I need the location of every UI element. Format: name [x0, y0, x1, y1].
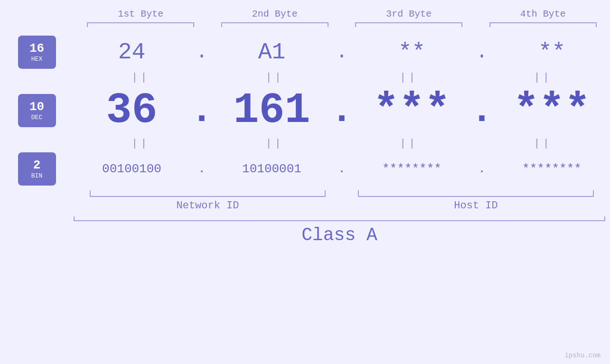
- bin-b1: 00100100: [74, 162, 190, 176]
- class-label: Class A: [74, 225, 605, 245]
- bracket-line-byte3: [355, 22, 462, 27]
- sep2-b2: ||: [208, 137, 342, 150]
- dec-dot3-sym: .: [470, 89, 493, 132]
- sep1-b1: ||: [74, 71, 208, 84]
- byte3-header: 3rd Byte: [342, 9, 476, 19]
- bracket-byte3: [342, 22, 476, 27]
- network-id-label: Network ID: [74, 200, 342, 212]
- bin-b2: 10100001: [214, 162, 330, 176]
- byte1-header: 1st Byte: [74, 9, 208, 19]
- bin-dot3-sym: .: [478, 162, 486, 176]
- bracket-line-byte4: [489, 22, 597, 27]
- network-bracket-container: [74, 190, 342, 197]
- dec-b1: 36: [74, 86, 190, 135]
- sep2-b1: ||: [74, 137, 208, 150]
- bottom-bracket-row: [0, 190, 610, 197]
- hex-b4-value: **: [538, 39, 566, 65]
- dec-dot1: .: [190, 89, 214, 132]
- hex-base-label: HEX: [31, 56, 42, 63]
- hex-badge-area: 16 HEX: [0, 36, 74, 69]
- hex-b4: **: [494, 39, 610, 65]
- sep1-b3: ||: [342, 71, 476, 84]
- dec-b2: 161: [214, 86, 330, 135]
- hex-row: 16 HEX 24 . A1 . ** . **: [0, 36, 610, 69]
- dec-dot2-sym: .: [330, 89, 353, 132]
- bin-b4-value: ********: [522, 162, 582, 176]
- dec-badge: 10 DEC: [18, 94, 56, 127]
- bin-dot1-sym: .: [198, 162, 206, 176]
- bin-row: 2 BIN 00100100 . 10100001 . ******** .: [0, 152, 610, 186]
- bin-base-label: BIN: [31, 172, 42, 179]
- dec-base-label: DEC: [31, 114, 42, 121]
- hex-b2-value: A1: [258, 39, 286, 65]
- hex-dot1-sym: .: [196, 42, 207, 63]
- bin-badge: 2 BIN: [18, 152, 56, 186]
- bin-b3-value: ********: [382, 162, 441, 176]
- bracket-line-byte2: [221, 22, 328, 27]
- dec-b4-value: ***: [513, 86, 590, 135]
- bin-dot2-sym: .: [338, 162, 346, 176]
- sep-row-2: || || || ||: [0, 137, 610, 150]
- bin-b3: ********: [354, 162, 470, 176]
- bin-dot1: .: [190, 162, 214, 176]
- bracket-byte1: [74, 22, 208, 27]
- hex-values: 24 . A1 . ** . **: [74, 39, 610, 65]
- hex-b2: A1: [214, 39, 330, 65]
- byte4-header: 4th Byte: [476, 9, 610, 19]
- class-bracket-line: [74, 216, 605, 221]
- sep2-b4: ||: [476, 137, 610, 150]
- dec-dot3: .: [470, 89, 494, 132]
- sep-row-1: || || || ||: [0, 71, 610, 84]
- bin-badge-area: 2 BIN: [0, 152, 74, 186]
- hex-dot2-sym: .: [336, 42, 347, 63]
- dec-b2-value: 161: [233, 86, 310, 135]
- network-bracket-line: [90, 190, 326, 197]
- hex-b3-value: **: [398, 39, 426, 65]
- bin-base-num: 2: [33, 159, 41, 172]
- dec-base-num: 10: [29, 100, 44, 114]
- main-layout: 1st Byte 2nd Byte 3rd Byte 4th Byte 16 H…: [0, 0, 610, 364]
- dec-dot2: .: [330, 89, 354, 132]
- watermark: ipshu.com: [564, 352, 601, 359]
- bin-b4: ********: [494, 162, 610, 176]
- hex-dot2: .: [330, 42, 354, 63]
- sep1-b4: ||: [476, 71, 610, 84]
- bracket-line-byte1: [87, 22, 194, 27]
- hex-dot3-sym: .: [476, 42, 488, 63]
- hex-base-num: 16: [29, 42, 44, 56]
- byte-headers: 1st Byte 2nd Byte 3rd Byte 4th Byte: [0, 9, 610, 19]
- dec-row: 10 DEC 36 . 161 . *** . ***: [0, 86, 610, 135]
- hex-b3: **: [354, 39, 470, 65]
- host-bracket-container: [342, 190, 610, 197]
- bin-dot2: .: [330, 162, 354, 176]
- hex-b1-value: 24: [118, 39, 146, 65]
- bracket-byte2: [208, 22, 342, 27]
- sep2-b3: ||: [342, 137, 476, 150]
- bin-b1-value: 00100100: [102, 162, 161, 176]
- host-bracket-line: [358, 190, 594, 197]
- hex-b1: 24: [74, 39, 190, 65]
- hex-dot1: .: [190, 42, 214, 63]
- top-brackets: [0, 22, 610, 27]
- dec-b3: ***: [354, 86, 470, 135]
- hex-badge: 16 HEX: [18, 36, 56, 69]
- dec-values: 36 . 161 . *** . ***: [74, 86, 610, 135]
- dec-b3-value: ***: [373, 86, 450, 135]
- host-id-label: Host ID: [342, 200, 610, 212]
- dec-b1-value: 36: [106, 86, 157, 135]
- hex-dot3: .: [470, 42, 494, 63]
- id-labels-row: Network ID Host ID: [0, 200, 610, 212]
- dec-b4: ***: [494, 86, 610, 135]
- class-area: Class A: [0, 216, 610, 245]
- bin-dot3: .: [470, 162, 494, 176]
- sep1-b2: ||: [208, 71, 342, 84]
- dec-dot1-sym: .: [190, 89, 213, 132]
- bracket-byte4: [476, 22, 610, 27]
- bin-b2-value: 10100001: [242, 162, 301, 176]
- bin-values: 00100100 . 10100001 . ******** . *******…: [74, 162, 610, 176]
- byte2-header: 2nd Byte: [208, 9, 342, 19]
- dec-badge-area: 10 DEC: [0, 94, 74, 127]
